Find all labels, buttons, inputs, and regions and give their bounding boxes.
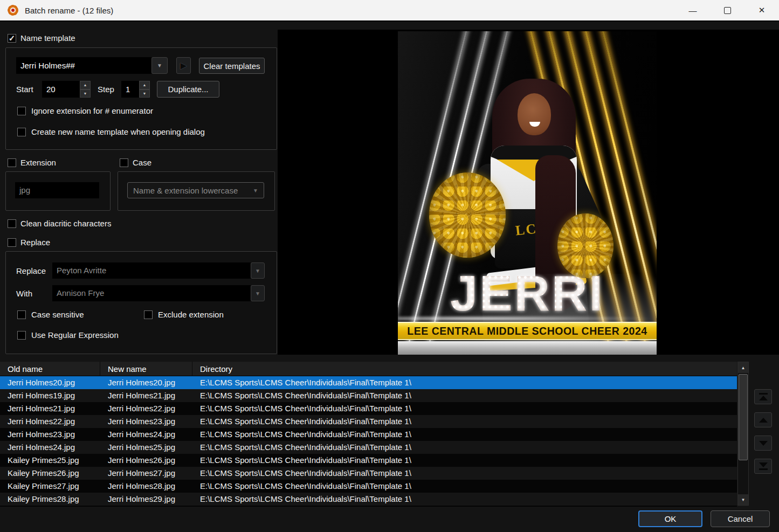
clear-templates-button[interactable]: Clear templates — [199, 58, 265, 74]
name-template-label: Name template — [20, 33, 75, 43]
spin-up-icon[interactable]: ▲ — [80, 81, 91, 89]
cell-new-name: Jerri Holmes23.jpg — [100, 415, 192, 428]
table-row[interactable]: Jerri Holmes19.jpgJerri Holmes21.jpgE:\L… — [0, 389, 737, 402]
replace-checkbox[interactable] — [8, 238, 16, 247]
exclude-extension-label: Exclude extension — [158, 310, 224, 319]
replace-dropdown-button[interactable]: ▼ — [251, 262, 265, 279]
cell-new-name: Jerri Holmes26.jpg — [100, 454, 192, 467]
replace-section-label: Replace — [20, 238, 50, 247]
cell-dir-name: E:\LCMS Sports\LCMS Cheer\Individuals\Fi… — [192, 428, 737, 441]
minimize-button[interactable]: — — [675, 0, 710, 20]
step-spinner[interactable]: ▲ ▼ — [139, 81, 150, 98]
table-row[interactable]: Jerri Holmes23.jpgJerri Holmes24.jpgE:\L… — [0, 428, 737, 441]
cell-dir-name: E:\LCMS Sports\LCMS Cheer\Individuals\Fi… — [192, 376, 737, 389]
play-icon: ▶ — [180, 60, 187, 71]
template-dropdown-button[interactable]: ▼ — [151, 57, 168, 74]
spin-up-icon[interactable]: ▲ — [139, 81, 150, 89]
insert-token-button[interactable]: ▶ — [176, 57, 191, 74]
chevron-down-icon: ▼ — [255, 291, 260, 296]
cell-dir-name: E:\LCMS Sports\LCMS Cheer\Individuals\Fi… — [192, 402, 737, 415]
with-dropdown-button[interactable]: ▼ — [251, 285, 265, 301]
cell-dir-name: E:\LCMS Sports\LCMS Cheer\Individuals\Fi… — [192, 441, 737, 454]
name-template-checkbox[interactable]: ✓ — [8, 34, 16, 43]
jersey-name-text: JERRI — [398, 268, 657, 318]
preview-image: LCW JERRI Lee Central Middle School Chee… — [398, 31, 657, 355]
close-icon: ✕ — [759, 5, 766, 15]
chevron-down-icon: ▼ — [253, 188, 258, 194]
cell-old-name: Kailey Primes28.jpg — [0, 493, 100, 506]
cell-new-name: Jerri Holmes24.jpg — [100, 428, 192, 441]
scroll-down-button[interactable]: ▼ — [738, 494, 748, 505]
cell-old-name: Jerri Holmes24.jpg — [0, 441, 100, 454]
table-row[interactable]: Kailey Primes27.jpgJerri Holmes28.jpgE:\… — [0, 480, 737, 493]
column-header-new-name[interactable]: New name — [100, 362, 192, 376]
use-regex-label: Use Regular Expression — [31, 330, 119, 340]
template-combobox[interactable]: Jerri Holmes## — [16, 57, 151, 74]
spin-down-icon[interactable]: ▼ — [139, 89, 150, 98]
cell-dir-name: E:\LCMS Sports\LCMS Cheer\Individuals\Fi… — [192, 389, 737, 402]
case-select[interactable]: Name & extension lowercase ▼ — [127, 182, 264, 198]
ignore-extension-label: Ignore extension for # enumerator — [31, 106, 153, 115]
replace-combobox[interactable]: Peyton Avritte — [52, 262, 251, 279]
scrollbar-thumb[interactable] — [739, 374, 748, 460]
cancel-button[interactable]: Cancel — [711, 510, 770, 527]
start-label: Start — [16, 85, 33, 94]
spin-down-icon[interactable]: ▼ — [80, 89, 91, 98]
move-to-bottom-icon — [759, 462, 768, 467]
move-to-bottom-button[interactable] — [754, 459, 772, 474]
table-row[interactable]: Jerri Holmes22.jpgJerri Holmes23.jpgE:\L… — [0, 415, 737, 428]
create-new-template-label: Create new name template when opening di… — [31, 127, 205, 136]
extension-input[interactable]: jpg — [15, 182, 99, 198]
exclude-extension-checkbox[interactable] — [144, 310, 153, 319]
cell-dir-name: E:\LCMS Sports\LCMS Cheer\Individuals\Fi… — [192, 415, 737, 428]
move-to-top-button[interactable] — [754, 389, 772, 404]
cell-dir-name: E:\LCMS Sports\LCMS Cheer\Individuals\Fi… — [192, 480, 737, 493]
cell-new-name: Jerri Holmes21.jpg — [100, 389, 192, 402]
scroll-up-button[interactable]: ▲ — [738, 362, 748, 373]
clean-diacritic-checkbox[interactable] — [8, 219, 16, 228]
cell-old-name: Jerri Holmes19.jpg — [0, 389, 100, 402]
duplicate-button[interactable]: Duplicate... — [157, 81, 219, 98]
window-title: Batch rename - (12 files) — [25, 6, 113, 15]
table-row[interactable]: Kailey Primes28.jpgJerri Holmes29.jpgE:\… — [0, 493, 737, 506]
ignore-extension-checkbox[interactable] — [17, 107, 26, 115]
scroll-down-icon: ▼ — [741, 498, 746, 502]
check-icon: ✓ — [9, 34, 16, 42]
chevron-down-icon: ▼ — [255, 268, 260, 274]
maximize-button[interactable] — [710, 0, 744, 20]
case-label: Case — [133, 158, 151, 167]
use-regex-checkbox[interactable] — [17, 331, 26, 340]
cell-dir-name: E:\LCMS Sports\LCMS Cheer\Individuals\Fi… — [192, 493, 737, 506]
move-down-button[interactable] — [754, 436, 772, 451]
move-to-top-icon — [759, 393, 768, 395]
table-row[interactable]: Jerri Holmes20.jpgJerri Holmes20.jpgE:\L… — [0, 376, 737, 389]
case-checkbox[interactable] — [120, 158, 128, 167]
banner-text: Lee Central Middle School Cheer 2024 — [407, 325, 647, 337]
move-up-icon — [759, 418, 768, 423]
start-spinner[interactable]: ▲ ▼ — [80, 81, 91, 98]
app-logo-icon — [6, 4, 19, 17]
vertical-scrollbar[interactable]: ▲ ▼ — [737, 362, 749, 506]
table-row[interactable]: Jerri Holmes21.jpgJerri Holmes22.jpgE:\L… — [0, 402, 737, 415]
start-input[interactable]: 20 — [42, 81, 80, 98]
create-new-template-checkbox[interactable] — [17, 128, 26, 136]
table-row[interactable]: Jerri Holmes24.jpgJerri Holmes25.jpgE:\L… — [0, 441, 737, 454]
cell-old-name: Jerri Holmes21.jpg — [0, 402, 100, 415]
column-header-directory[interactable]: Directory — [192, 362, 737, 376]
move-up-button[interactable] — [754, 412, 772, 427]
cell-new-name: Jerri Holmes25.jpg — [100, 441, 192, 454]
cell-dir-name: E:\LCMS Sports\LCMS Cheer\Individuals\Fi… — [192, 454, 737, 467]
table-row[interactable]: Kailey Primes26.jpgJerri Holmes27.jpgE:\… — [0, 467, 737, 480]
table-header: Old name New name Directory — [0, 362, 737, 376]
extension-checkbox[interactable] — [8, 158, 16, 167]
table-row[interactable]: Kailey Primes25.jpgJerri Holmes26.jpgE:\… — [0, 454, 737, 467]
cell-new-name: Jerri Holmes22.jpg — [100, 402, 192, 415]
with-combobox[interactable]: Annison Frye — [52, 285, 251, 301]
titlebar: Batch rename - (12 files) — ✕ — [0, 0, 779, 22]
case-sensitive-checkbox[interactable] — [17, 310, 26, 319]
column-header-old-name[interactable]: Old name — [0, 362, 100, 376]
close-button[interactable]: ✕ — [744, 0, 779, 20]
smoke-band — [398, 341, 657, 355]
ok-button[interactable]: OK — [638, 510, 702, 527]
step-input[interactable]: 1 — [121, 81, 139, 98]
